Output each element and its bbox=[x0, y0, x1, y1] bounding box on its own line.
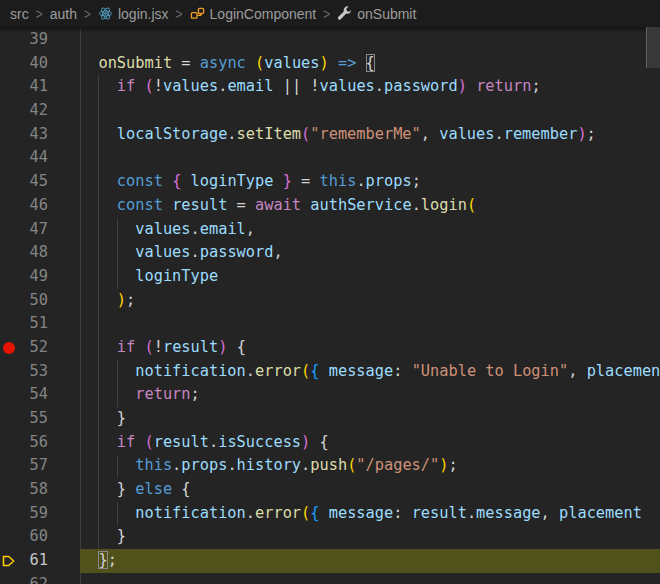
code-token bbox=[80, 267, 135, 285]
line-number: 58 bbox=[22, 478, 48, 502]
code-line: 45 const { loginType } = this.props; bbox=[0, 170, 660, 194]
gutter-gap bbox=[48, 383, 80, 407]
line-number: 57 bbox=[22, 454, 48, 478]
gutter-glyph-margin[interactable] bbox=[0, 52, 22, 76]
code-line: 40 onSubmit = async (values) => { bbox=[0, 52, 660, 76]
code-line-text[interactable]: notification.error({ message: "Unable to… bbox=[80, 360, 660, 384]
code-line-text[interactable]: values.password, bbox=[80, 241, 660, 265]
line-number: 44 bbox=[22, 146, 48, 170]
code-token: ; bbox=[587, 125, 596, 143]
gutter-glyph-margin[interactable] bbox=[0, 525, 22, 549]
line-number: 49 bbox=[22, 265, 48, 289]
gutter-glyph-margin[interactable] bbox=[0, 265, 22, 289]
code-token bbox=[402, 504, 411, 522]
code-line-text[interactable] bbox=[80, 146, 660, 170]
code-editor[interactable]: 3940 onSubmit = async (values) => {41 if… bbox=[0, 27, 660, 584]
code-line-text[interactable]: } bbox=[80, 407, 660, 431]
gutter-gap bbox=[48, 194, 80, 218]
breadcrumb-item-logincomponent[interactable]: LoginComponent bbox=[190, 6, 317, 22]
code-token: else bbox=[135, 480, 172, 498]
code-token bbox=[126, 480, 135, 498]
breakpoint-icon[interactable] bbox=[3, 342, 15, 354]
gutter-glyph-margin[interactable] bbox=[0, 502, 22, 526]
code-line: 60 } bbox=[0, 525, 660, 549]
code-token: ! bbox=[310, 77, 319, 95]
code-line-text[interactable]: this.props.history.push("/pages/"); bbox=[80, 454, 660, 478]
gutter-glyph-margin[interactable] bbox=[0, 312, 22, 336]
code-line-text[interactable]: }; bbox=[80, 549, 660, 573]
code-line-text[interactable]: } else { bbox=[80, 478, 660, 502]
gutter-gap bbox=[48, 146, 80, 170]
code-token: result bbox=[163, 338, 218, 356]
code-line-text[interactable]: if (!result) { bbox=[80, 336, 660, 360]
gutter-glyph-margin[interactable] bbox=[0, 123, 22, 147]
gutter-glyph-margin[interactable] bbox=[0, 478, 22, 502]
gutter-glyph-margin[interactable] bbox=[0, 218, 22, 242]
gutter-glyph-margin[interactable] bbox=[0, 75, 22, 99]
code-line-text[interactable] bbox=[80, 312, 660, 336]
vscode-editor-window: src>auth>login.jsx>LoginComponent>onSubm… bbox=[0, 0, 660, 584]
breadcrumb-item-auth[interactable]: auth bbox=[50, 6, 77, 22]
code-line-text[interactable]: const { loginType } = this.props; bbox=[80, 170, 660, 194]
gutter-gap bbox=[48, 407, 80, 431]
code-line-text[interactable]: ); bbox=[80, 289, 660, 313]
line-number: 43 bbox=[22, 123, 48, 147]
gutter-gap bbox=[48, 431, 80, 455]
code-token: } bbox=[283, 172, 292, 190]
scrollbar-thumb[interactable] bbox=[646, 27, 660, 68]
gutter-glyph-margin[interactable] bbox=[0, 28, 22, 52]
code-token bbox=[80, 125, 117, 143]
breadcrumb-item-login-jsx[interactable]: login.jsx bbox=[98, 6, 169, 22]
code-line: 61 }; bbox=[0, 549, 660, 573]
code-token: if bbox=[117, 433, 135, 451]
gutter-glyph-margin[interactable] bbox=[0, 360, 22, 384]
code-line: 54 return; bbox=[0, 383, 660, 407]
gutter-glyph-margin[interactable] bbox=[0, 407, 22, 431]
gutter-glyph-margin[interactable] bbox=[0, 146, 22, 170]
code-line-text[interactable]: const result = await authService.login( bbox=[80, 194, 660, 218]
code-token: , bbox=[541, 504, 550, 522]
code-token bbox=[80, 385, 135, 403]
code-line-text[interactable]: if (!values.email || !values.password) r… bbox=[80, 75, 660, 99]
code-token: ( bbox=[144, 338, 153, 356]
code-line-text[interactable]: notification.error({ message: result.mes… bbox=[80, 502, 660, 526]
code-line-text[interactable]: loginType bbox=[80, 265, 660, 289]
gutter-glyph-margin[interactable] bbox=[0, 99, 22, 123]
code-token: values bbox=[320, 77, 375, 95]
code-line-text[interactable]: onSubmit = async (values) => { bbox=[80, 52, 660, 76]
gutter-glyph-margin[interactable] bbox=[0, 241, 22, 265]
gutter-glyph-margin[interactable] bbox=[0, 431, 22, 455]
gutter-glyph-margin[interactable] bbox=[0, 336, 22, 360]
code-line-text[interactable]: } bbox=[80, 525, 660, 549]
code-line: 50 ); bbox=[0, 289, 660, 313]
code-line-text[interactable] bbox=[80, 99, 660, 123]
code-line-text[interactable]: values.email, bbox=[80, 218, 660, 242]
code-token: , bbox=[273, 243, 282, 261]
code-token: ( bbox=[301, 504, 310, 522]
gutter-glyph-margin[interactable] bbox=[0, 454, 22, 478]
breadcrumb-label: LoginComponent bbox=[210, 6, 317, 22]
code-line-text[interactable]: localStorage.setItem("rememberMe", value… bbox=[80, 123, 660, 147]
code-line-text[interactable]: if (result.isSuccess) { bbox=[80, 431, 660, 455]
gutter-gap bbox=[48, 573, 80, 584]
code-token bbox=[227, 338, 236, 356]
breadcrumb-item-onsubmit[interactable]: onSubmit bbox=[337, 6, 416, 22]
code-token: ! bbox=[154, 77, 163, 95]
code-line-text[interactable] bbox=[80, 573, 660, 584]
code-line-text[interactable] bbox=[80, 28, 660, 52]
gutter-glyph-margin[interactable] bbox=[0, 194, 22, 218]
gutter-glyph-margin[interactable] bbox=[0, 289, 22, 313]
gutter-glyph-margin[interactable] bbox=[0, 573, 22, 584]
code-token: ( bbox=[467, 196, 476, 214]
code-token: ( bbox=[144, 77, 153, 95]
code-line-text[interactable]: return; bbox=[80, 383, 660, 407]
code-token bbox=[80, 362, 135, 380]
gutter-glyph-margin[interactable] bbox=[0, 549, 22, 573]
gutter-glyph-margin[interactable] bbox=[0, 383, 22, 407]
breadcrumb-item-src[interactable]: src bbox=[10, 6, 29, 22]
code-token: loginType bbox=[135, 267, 218, 285]
code-token: } bbox=[117, 409, 126, 427]
gutter-glyph-margin[interactable] bbox=[0, 170, 22, 194]
code-token: ( bbox=[255, 54, 264, 72]
code-token: { bbox=[237, 338, 246, 356]
